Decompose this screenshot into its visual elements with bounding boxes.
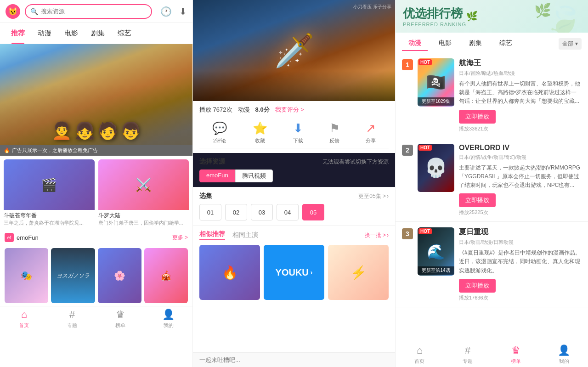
share-button[interactable]: ↗ 分享 bbox=[366, 121, 376, 144]
comment-icon: 💬 bbox=[212, 121, 227, 136]
right-nav-home[interactable]: ⌂ 首页 bbox=[396, 342, 444, 367]
rank-tab-variety[interactable]: 综艺 bbox=[493, 36, 519, 51]
download-icon[interactable]: ⬇ bbox=[179, 6, 187, 17]
comment-button[interactable]: 💬 2评论 bbox=[212, 121, 227, 144]
video-player[interactable]: 🗡️ 小刀看压 乐子分享 bbox=[193, 0, 395, 101]
rank-desc-1: 有个男人他拥有世界上一切财富、名望和权势，他就是「海盗王」高路德•罗杰在临死前说… bbox=[459, 79, 582, 106]
play-btn-3[interactable]: 立即播放 bbox=[459, 279, 496, 293]
clock-icon[interactable]: 🕐 bbox=[160, 6, 172, 17]
hero-art: 🧑‍🦱👧🧑👦 bbox=[0, 44, 192, 145]
emofun-item-3[interactable]: 🌸 bbox=[98, 248, 141, 303]
content-list: 🎬 斗破苍穹年番 三年之后，萧炎终于在湖南学院见... ⚔️ 斗罗大陆 唐门外门… bbox=[0, 156, 192, 230]
crown-icon: ♛ bbox=[116, 309, 125, 321]
rec-thumb-2: YOUKU › bbox=[264, 245, 324, 300]
ef-thumb-3: 🌸 bbox=[98, 248, 141, 303]
ranking-list: 1 🏴‍☠️ HOT 更新至1029集 航海王 日本/冒险/励志/热血/动漫 有… bbox=[396, 53, 588, 342]
episode-header: 选集 更至05集 > › bbox=[199, 192, 389, 200]
rec-item-1[interactable]: 🔥 bbox=[199, 245, 260, 300]
tab-anime[interactable]: 动漫 bbox=[31, 23, 58, 44]
tab-recommend[interactable]: 推荐 bbox=[5, 23, 31, 44]
rank-tags-1: 日本/冒险/励志/热血/动漫 bbox=[459, 70, 582, 77]
favorite-label: 收藏 bbox=[255, 137, 265, 144]
play-btn-2[interactable]: 立即播放 bbox=[459, 193, 496, 207]
more-link[interactable]: 更多 > bbox=[172, 234, 188, 242]
favorite-button[interactable]: ⭐ 收藏 bbox=[253, 121, 267, 144]
content-item-1[interactable]: 🎬 斗破苍穹年番 三年之后，萧炎终于在湖南学院见... bbox=[4, 159, 95, 226]
right-nav-topic[interactable]: # 专题 bbox=[444, 342, 492, 367]
bottom-nav-topic[interactable]: # 专题 bbox=[48, 306, 96, 331]
bottom-nav-home[interactable]: ⌂ 首页 bbox=[0, 306, 48, 331]
top-bar: 😺 🔍 🕐 ⬇ bbox=[0, 0, 192, 23]
rec-tab-similar[interactable]: 相似推荐 bbox=[199, 230, 225, 240]
emofun-item-4[interactable]: 🎪 bbox=[144, 248, 188, 303]
download-button[interactable]: ⬇ 下载 bbox=[293, 121, 303, 144]
tab-variety[interactable]: 综艺 bbox=[111, 23, 138, 44]
episode-04[interactable]: 04 bbox=[277, 204, 299, 220]
ranking-title-cn: 优选排行榜 bbox=[403, 6, 463, 22]
right-nav-ranking[interactable]: ♛ 榜单 bbox=[492, 342, 540, 367]
comment-field[interactable] bbox=[199, 356, 389, 363]
thumb-1: 🎬 bbox=[4, 159, 95, 210]
episode-01[interactable]: 01 bbox=[199, 204, 221, 220]
rank-tags-2: 日本/剧情/战争/动画/奇幻/动漫 bbox=[459, 154, 582, 161]
rec-item-3[interactable]: ⚡ bbox=[328, 245, 389, 300]
rank-tab-series[interactable]: 剧集 bbox=[463, 36, 488, 51]
rank-desc-2: 主要讲述了某天，一款掀起大热潮的VRMMORPG「YGGDRASIL」原本会停止… bbox=[459, 164, 582, 190]
rec-tabs: 相似推荐 相同主演 换一批 > › bbox=[199, 230, 389, 240]
search-input[interactable] bbox=[41, 8, 147, 15]
episode-more[interactable]: 更至05集 > › bbox=[358, 192, 389, 200]
episode-title: 选集 bbox=[199, 192, 212, 200]
tab-movie[interactable]: 电影 bbox=[58, 23, 85, 44]
source-tab-emofun[interactable]: emoFun bbox=[199, 169, 235, 182]
episode-list: 01 02 03 04 05 bbox=[199, 204, 389, 220]
right-nav-me[interactable]: 👤 我的 bbox=[540, 342, 588, 367]
mid-panel: 🗡️ 小刀看压 乐子分享 播放 7672次 动漫 8.0分 我要评分 > 💬 2… bbox=[193, 0, 395, 367]
filter-dropdown[interactable]: 全部 ▾ bbox=[559, 38, 582, 50]
rec-item-2[interactable]: YOUKU › bbox=[264, 245, 324, 300]
right-user-icon: 👤 bbox=[558, 344, 570, 356]
episode-02[interactable]: 02 bbox=[225, 204, 247, 220]
rank-thumb-3[interactable]: 🌊 HOT 更新至第14话 bbox=[418, 227, 454, 276]
rank-info-3: 夏日重现 日本/动画/动漫/日韩动漫 《#夏日重现#》是作者田中靖规创作的漫画作… bbox=[459, 227, 582, 301]
rec-tab-same-cast[interactable]: 相同主演 bbox=[232, 231, 258, 239]
feedback-button[interactable]: ⚑ 反馈 bbox=[329, 121, 340, 144]
rank-thumb-1[interactable]: 🏴‍☠️ HOT 更新至1029集 bbox=[418, 58, 454, 107]
rec-thumb-1: 🔥 bbox=[199, 245, 260, 300]
play-count-1: 播放33621次 bbox=[459, 125, 582, 132]
share-icon: ↗ bbox=[366, 121, 376, 136]
rank-info-2: OVERLORD IV 日本/剧情/战争/动画/奇幻/动漫 主要讲述了某天，一款… bbox=[459, 144, 582, 216]
hero-banner[interactable]: 🧑‍🦱👧🧑👦 bbox=[0, 44, 192, 145]
rank-item-1: 1 🏴‍☠️ HOT 更新至1029集 航海王 日本/冒险/励志/热血/动漫 有… bbox=[396, 53, 588, 138]
rank-filter[interactable]: 全部 ▾ bbox=[559, 38, 582, 50]
episode-03[interactable]: 03 bbox=[251, 204, 273, 220]
content-item-2[interactable]: ⚔️ 斗罗大陆 唐门外门弟子唐三，因偷学内门绝学... bbox=[98, 159, 189, 226]
rank-tab-anime[interactable]: 动漫 bbox=[402, 36, 428, 51]
emofun-icon: ef bbox=[5, 233, 14, 242]
episode-05[interactable]: 05 bbox=[302, 204, 324, 220]
source-tabs: emoFun 腾讯视频 bbox=[199, 169, 389, 182]
right-bottom-nav: ⌂ 首页 # 专题 ♛ 榜单 👤 我的 bbox=[396, 342, 588, 367]
emofun-grid: 🎭 ヨスガノソラ 🌸 🎪 bbox=[0, 245, 192, 306]
bottom-nav-me[interactable]: 👤 我的 bbox=[144, 306, 192, 331]
ranking-header: 优选排行榜 🌿 PREFERRED RANKING 🍃 🌿 bbox=[396, 0, 588, 33]
rec-grid: 🔥 YOUKU › ⚡ bbox=[199, 245, 389, 300]
ef-thumb-1: 🎭 bbox=[5, 248, 48, 303]
emofun-item-1[interactable]: 🎭 bbox=[5, 248, 48, 303]
rec-thumb-3: ⚡ bbox=[328, 245, 389, 300]
search-icon: 🔍 bbox=[30, 8, 38, 15]
rank-thumb-2[interactable]: 💀 HOT bbox=[418, 144, 454, 192]
episode-section: 选集 更至05集 > › 01 02 03 04 05 bbox=[193, 187, 395, 226]
update-badge-1: 更新至1029集 bbox=[418, 97, 454, 106]
source-tab-tencent[interactable]: 腾讯视频 bbox=[235, 169, 273, 182]
hashtag-icon: # bbox=[69, 309, 75, 321]
ef-thumb-4: 🎪 bbox=[144, 248, 188, 303]
search-bar[interactable]: 🔍 bbox=[25, 4, 152, 19]
play-btn-1[interactable]: 立即播放 bbox=[459, 110, 496, 124]
rank-num-3: 3 bbox=[402, 228, 413, 239]
rate-button[interactable]: 我要评分 > bbox=[275, 106, 304, 114]
tab-series[interactable]: 剧集 bbox=[85, 23, 111, 44]
emofun-item-2[interactable]: ヨスガノソラ bbox=[51, 248, 95, 303]
bottom-nav-ranking[interactable]: ♛ 榜单 bbox=[96, 306, 145, 331]
rank-tab-movie[interactable]: 电影 bbox=[432, 36, 458, 51]
rec-batch-btn[interactable]: 换一批 > › bbox=[365, 231, 389, 239]
